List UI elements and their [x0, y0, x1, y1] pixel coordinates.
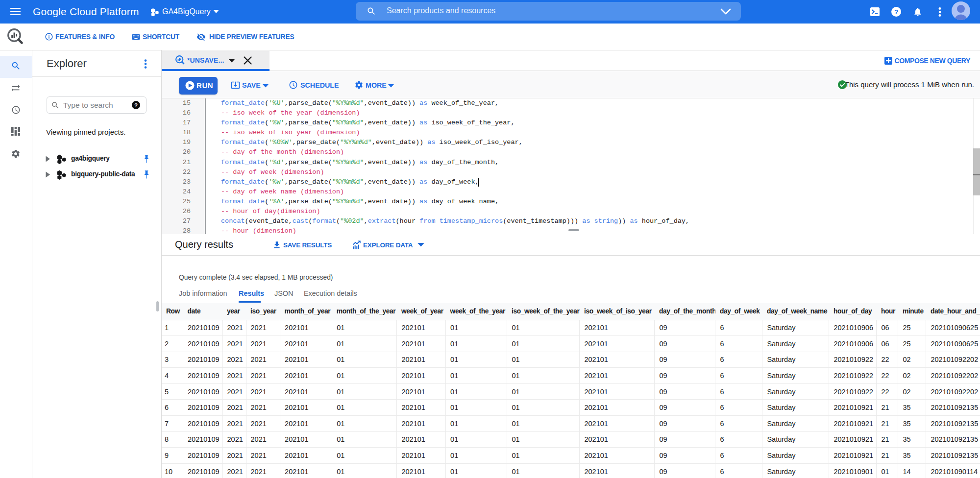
svg-text:?: ?: [134, 102, 138, 108]
svg-text:?: ?: [894, 8, 898, 16]
